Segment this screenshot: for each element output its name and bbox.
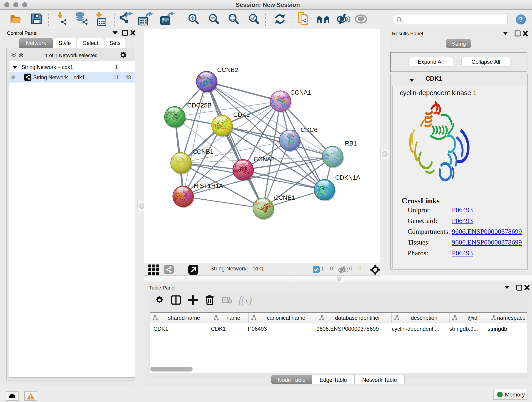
svg-text:CCNB1: CCNB1 [192,148,214,155]
svg-text:CDC6: CDC6 [301,127,317,133]
svg-text:CDKN1A: CDKN1A [335,174,360,181]
svg-text:CCNB2: CCNB2 [217,66,238,73]
svg-text:HIST1H1A: HIST1H1A [194,182,223,189]
svg-text:CCNA2: CCNA2 [254,156,275,163]
svg-text:CDK1: CDK1 [233,111,250,118]
svg-text:CCNE1: CCNE1 [274,194,295,201]
svg-text:RB1: RB1 [345,140,357,147]
svg-text:CCNA1: CCNA1 [290,89,311,96]
svg-text:f(x): f(x) [239,295,252,306]
svg-text:CDC25B: CDC25B [187,102,212,109]
